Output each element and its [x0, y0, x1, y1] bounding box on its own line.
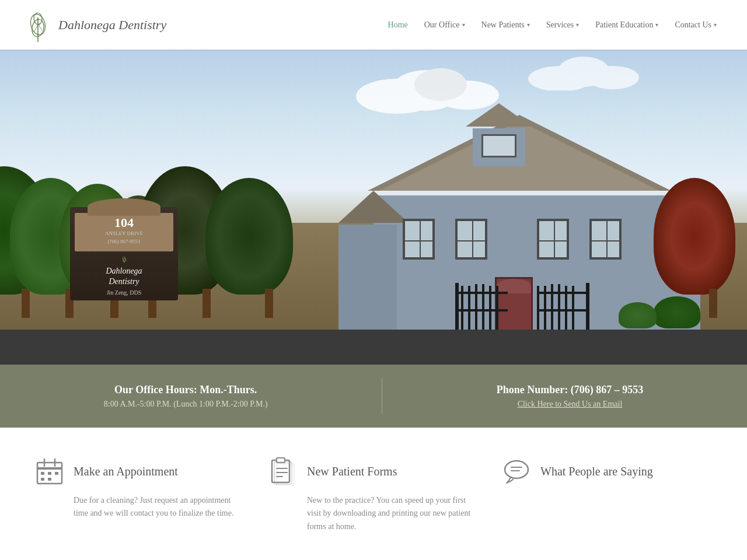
gate-svg	[455, 277, 589, 330]
office-hours-subtitle: 8:00 A.M.-5:00 P.M. (Lunch 1:00 P.M.-2:0…	[104, 400, 268, 409]
nav-our-office[interactable]: Our Office ▾	[417, 16, 472, 34]
feature-appointment: Make an Appointment Due for a cleaning? …	[35, 457, 245, 533]
chevron-down-icon: ▾	[576, 22, 579, 28]
svg-rect-20	[482, 284, 484, 330]
chevron-down-icon: ▾	[527, 22, 530, 28]
info-band: Our Office Hours: Mon.-Thurs. 8:00 A.M.-…	[0, 365, 747, 428]
feature-appointment-desc: Due for a cleaning? Just request an appo…	[74, 494, 245, 520]
svg-rect-40	[41, 472, 44, 475]
house-left-wing	[338, 225, 397, 330]
svg-rect-32	[537, 309, 589, 312]
feature-forms-title: New Patient Forms	[307, 465, 397, 478]
nav-new-patients[interactable]: New Patients ▾	[474, 16, 537, 34]
svg-marker-13	[338, 191, 409, 223]
house-dormer	[473, 128, 525, 166]
logo-text: Dahlonega Dentistry	[58, 18, 166, 33]
feature-appointment-title: Make an Appointment	[74, 465, 178, 478]
house-window-1	[403, 219, 435, 260]
svg-rect-25	[551, 284, 553, 330]
sign-number: 104	[77, 215, 171, 230]
nav-contact-us[interactable]: Contact Us ▾	[668, 16, 724, 34]
hero-scene: 104 ANSLEY DRIVE (706) 867-9553 Dahloneg…	[0, 50, 747, 365]
svg-marker-14	[466, 103, 532, 127]
chevron-down-icon: ▾	[462, 22, 465, 28]
nav-services[interactable]: Services ▾	[539, 16, 586, 34]
svg-rect-41	[48, 472, 51, 475]
nav-home[interactable]: Home	[381, 16, 415, 34]
document-icon	[268, 457, 298, 486]
feature-appointment-header: Make an Appointment	[35, 457, 178, 486]
calendar-icon	[35, 457, 64, 486]
phone-block: Phone Number: (706) 867 – 9553 Click Her…	[497, 384, 643, 409]
svg-rect-42	[55, 472, 58, 475]
house-wing-roof	[338, 191, 409, 226]
cloud-svg-2	[525, 55, 642, 90]
feature-reviews-title: What People are Saying	[540, 465, 653, 478]
front-bush-2	[619, 302, 657, 328]
road	[0, 330, 747, 365]
info-divider	[382, 379, 382, 414]
main-nav: Home Our Office ▾ New Patients ▾ Service…	[381, 16, 724, 34]
house-window-2	[455, 219, 487, 260]
tree-right-autumn	[690, 178, 735, 318]
svg-rect-30	[537, 292, 589, 294]
sign-name: DahlonegaDentistry	[106, 266, 142, 287]
svg-rect-29	[455, 292, 508, 294]
svg-rect-16	[586, 283, 589, 330]
svg-rect-43	[41, 478, 44, 481]
house-container	[338, 120, 700, 330]
svg-point-10	[587, 66, 639, 89]
tree-center-2	[245, 178, 293, 318]
svg-rect-26	[558, 284, 560, 330]
svg-rect-19	[475, 284, 477, 330]
dormer-window	[481, 134, 516, 158]
sign-number-block: 104 ANSLEY DRIVE (706) 867-9553	[75, 213, 173, 251]
house-window-3	[537, 219, 569, 260]
dormer-roof-svg	[466, 103, 532, 130]
feature-reviews-header: What People are Saying	[502, 457, 653, 486]
feature-forms-header: New Patient Forms	[268, 457, 397, 486]
office-hours-block: Our Office Hours: Mon.-Thurs. 8:00 A.M.-…	[104, 384, 268, 409]
nav-patient-education[interactable]: Patient Education ▾	[588, 16, 665, 34]
svg-rect-44	[48, 478, 51, 481]
svg-rect-37	[37, 467, 62, 470]
chevron-down-icon: ▾	[714, 22, 717, 28]
feature-forms-desc: New to the practice? You can speed up yo…	[307, 494, 479, 533]
office-sign: 104 ANSLEY DRIVE (706) 867-9553 Dahloneg…	[70, 207, 178, 300]
features-section: Make an Appointment Due for a cleaning? …	[0, 428, 747, 560]
logo-area: Dahlonega Dentistry	[23, 6, 166, 44]
svg-point-7	[414, 68, 467, 101]
hero-section: 104 ANSLEY DRIVE (706) 867-9553 Dahloneg…	[0, 50, 747, 365]
sign-street: ANSLEY DRIVE	[77, 230, 171, 236]
office-hours-title: Our Office Hours: Mon.-Thurs.	[104, 384, 268, 396]
house-window-4	[589, 219, 622, 260]
svg-rect-31	[455, 309, 508, 312]
sign-leaf-icon	[118, 255, 131, 264]
chevron-down-icon: ▾	[655, 22, 658, 28]
site-header: Dahlonega Dentistry Home Our Office ▾ Ne…	[0, 0, 747, 50]
svg-point-52	[505, 461, 528, 478]
feature-forms: New Patient Forms New to the practice? Y…	[268, 457, 479, 533]
phone-title: Phone Number: (706) 867 – 9553	[497, 384, 643, 396]
chat-icon	[502, 457, 531, 486]
sign-phone: (706) 867-9553	[77, 239, 171, 244]
email-link[interactable]: Click Here to Send Us an Email	[497, 400, 643, 409]
feature-reviews: What People are Saying	[502, 457, 712, 533]
sign-dds: Jin Zeng, DDS	[107, 289, 142, 296]
logo-icon	[23, 6, 53, 44]
svg-rect-15	[455, 283, 459, 330]
